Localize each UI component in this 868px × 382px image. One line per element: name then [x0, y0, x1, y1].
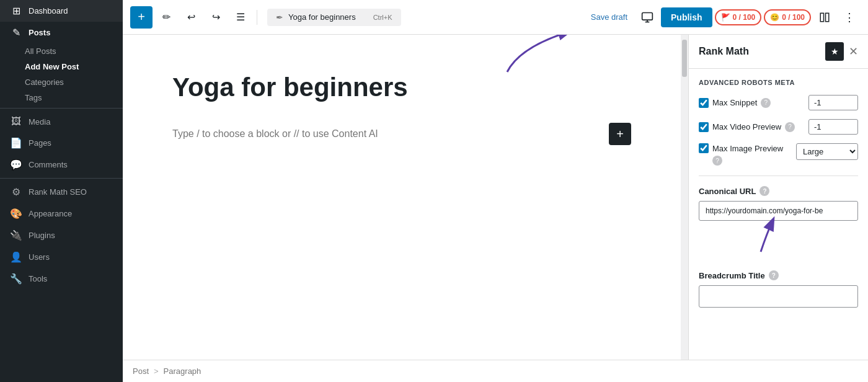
rank-math-header: Rank Math ★ ✕ [689, 35, 868, 69]
dashboard-icon: ⊞ [10, 5, 22, 17]
block-placeholder-row: Type / to choose a block or // to use Co… [172, 123, 631, 145]
tools-icon: 🔧 [10, 273, 22, 285]
max-snippet-help-icon[interactable]: ? [761, 98, 771, 108]
svg-rect-0 [642, 12, 653, 20]
add-block-inline-button[interactable]: + [609, 123, 631, 145]
sidebar-item-label: Rank Math SEO [29, 187, 87, 197]
max-image-label-group: Max Image Preview ? [699, 143, 783, 166]
sidebar-item-media[interactable]: 🖼 Media [0, 111, 123, 132]
pages-icon: 📄 [10, 137, 22, 149]
canonical-url-title: Canonical URL ? [699, 186, 858, 196]
seo-flag-icon: 🚩 [721, 13, 730, 22]
sidebar-sub-categories[interactable]: Categories [0, 74, 123, 90]
sidebar-item-rank-math[interactable]: ⚙ Rank Math SEO [0, 181, 123, 203]
rank-math-header-actions: ★ ✕ [825, 42, 858, 61]
document-title-area: ✒ Yoga for beginners Ctrl+K [267, 9, 401, 26]
max-video-preview-label: Max Video Preview [712, 122, 781, 131]
sidebar-item-posts[interactable]: ✎ Posts [0, 22, 123, 43]
breadcrumb-title-input[interactable] [699, 285, 858, 308]
rank-math-close-button[interactable]: ✕ [849, 45, 858, 58]
tools-button[interactable]: ✏ [155, 6, 177, 29]
max-video-preview-help-icon[interactable]: ? [785, 122, 795, 132]
section-divider [699, 175, 858, 176]
max-image-preview-help-icon[interactable]: ? [712, 156, 722, 166]
breadcrumb-title-label: Breadcrumb Title [699, 271, 765, 280]
editor-scrollbar[interactable] [681, 35, 688, 360]
sidebar-item-label: Users [29, 252, 50, 262]
max-image-preview-select[interactable]: Large None Standard [796, 143, 858, 160]
toolbar-divider [257, 10, 257, 25]
seo-score-value: 0 / 100 [733, 13, 756, 22]
redo-button[interactable]: ↪ [205, 6, 227, 29]
status-bar: Post > Paragraph [123, 360, 868, 382]
arrow-to-url [748, 215, 798, 258]
sidebar-item-label: Comments [29, 160, 68, 169]
add-new-label: Add New Post [25, 62, 79, 71]
post-title[interactable]: Yoga for beginners [172, 72, 631, 103]
canonical-url-input[interactable]: https://yourdomain.com/yoga-for-be [699, 201, 858, 221]
list-view-button[interactable]: ☰ [229, 6, 252, 29]
sidebar-item-label: Pages [29, 138, 51, 148]
rank-math-content: ADVANCED ROBOTS META Max Snippet ? -1 Ma… [689, 69, 868, 360]
sidebar-item-users[interactable]: 👤 Users [0, 246, 123, 268]
max-video-preview-row: Max Video Preview ? -1 [699, 119, 858, 135]
post-title-display: Yoga for beginners [288, 12, 356, 22]
columns-icon [819, 12, 830, 23]
breadcrumb-title-help-icon[interactable]: ? [769, 270, 779, 280]
max-video-preview-checkbox[interactable] [699, 122, 709, 132]
editor-canvas[interactable]: Yoga for beginners Type / to choose a bl… [123, 35, 681, 360]
undo-button[interactable]: ↩ [180, 6, 202, 29]
comments-icon: 💬 [10, 159, 22, 171]
rank-math-icon: ⚙ [10, 186, 22, 198]
sidebar-item-plugins[interactable]: 🔌 Plugins [0, 224, 123, 246]
add-block-button[interactable]: + [130, 6, 153, 29]
sidebar-item-pages[interactable]: 📄 Pages [0, 132, 123, 154]
posts-icon: ✎ [10, 27, 22, 38]
appearance-icon: 🎨 [10, 208, 22, 220]
sidebar-item-label: Plugins [29, 231, 55, 240]
editor-area: Yoga for beginners Type / to choose a bl… [123, 35, 868, 360]
max-snippet-input[interactable]: -1 [808, 95, 858, 110]
save-draft-button[interactable]: Save draft [585, 9, 634, 25]
sidebar-item-tools[interactable]: 🔧 Tools [0, 268, 123, 290]
max-video-preview-input[interactable]: -1 [808, 119, 858, 135]
max-snippet-label: Max Snippet [712, 98, 757, 107]
sidebar-item-label: Appearance [29, 209, 72, 218]
status-bar-arrow: > [154, 366, 159, 376]
plugins-icon: 🔌 [10, 229, 22, 241]
max-snippet-checkbox[interactable] [699, 98, 709, 108]
sidebar-sub-all-posts[interactable]: All Posts [0, 43, 123, 59]
sidebar-divider-1 [0, 108, 123, 109]
preview-button[interactable] [636, 6, 658, 29]
shortcut-hint: Ctrl+K [373, 14, 392, 21]
sidebar: ⊞ Dashboard ✎ Posts All Posts Add New Po… [0, 0, 123, 382]
tags-label: Tags [25, 93, 42, 102]
sidebar-item-label: Media [29, 117, 50, 127]
sidebar-sub-add-new[interactable]: Add New Post [0, 59, 123, 74]
placeholder-text: Type / to choose a block or // to use Co… [172, 128, 378, 140]
more-options-button[interactable]: ⋮ [838, 6, 861, 29]
max-video-label-group: Max Video Preview ? [699, 122, 795, 132]
seo-score-badge[interactable]: 🚩 0 / 100 [715, 9, 762, 25]
rank-math-star-button[interactable]: ★ [825, 42, 844, 61]
status-post-label: Post [133, 366, 149, 376]
readability-score-badge[interactable]: 😊 0 / 100 [764, 9, 811, 25]
all-posts-label: All Posts [25, 47, 56, 56]
breadcrumb-title-label-row: Breadcrumb Title ? [699, 270, 858, 280]
section-title-robots: ADVANCED ROBOTS META [699, 79, 858, 86]
max-image-preview-checkbox[interactable] [699, 143, 709, 153]
sidebar-sub-tags[interactable]: Tags [0, 90, 123, 105]
pen-icon: ✒ [276, 12, 283, 22]
max-image-label-inner: Max Image Preview [699, 143, 783, 153]
sidebar-item-comments[interactable]: 💬 Comments [0, 154, 123, 175]
canonical-url-input-container: https://yourdomain.com/yoga-for-be [699, 201, 858, 221]
canonical-url-help-icon[interactable]: ? [760, 186, 769, 196]
sidebar-item-appearance[interactable]: 🎨 Appearance [0, 203, 123, 224]
users-icon: 👤 [10, 251, 22, 263]
sidebar-item-dashboard[interactable]: ⊞ Dashboard [0, 0, 123, 22]
status-paragraph-label: Paragraph [164, 366, 202, 376]
panel-settings-button[interactable] [813, 6, 836, 29]
main-area: + ✏ ↩ ↪ ☰ ✒ Yoga for beginners Ctrl+K Sa… [123, 0, 868, 382]
publish-button[interactable]: Publish [661, 7, 712, 27]
canonical-url-label: Canonical URL [699, 187, 756, 196]
